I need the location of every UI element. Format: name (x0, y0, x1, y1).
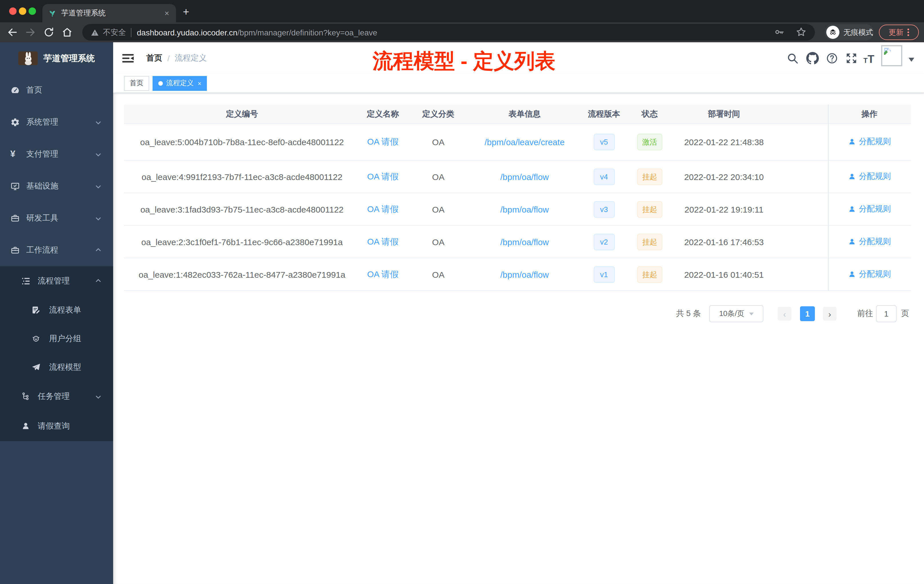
browser-menu-kebab-icon[interactable] (908, 28, 909, 36)
definition-table: 定义编号 定义名称 定义分类 表单信息 流程版本 状态 部署时间 操作 oa_l… (124, 105, 911, 291)
sidebar-item-task-management[interactable]: 任务管理 (0, 382, 113, 411)
app-root: 芋道管理系统 首页 系统管理 ¥ 支付管理 (0, 42, 924, 584)
tag-close-icon[interactable]: × (198, 80, 201, 87)
sidebar-item-user-group[interactable]: 用户分组 (0, 325, 113, 353)
logo-rabbit-avatar (18, 51, 38, 65)
screen: 芋道管理系统 × + 不安全 dashboard.yudao.iocoder.c… (0, 0, 924, 584)
chevron-down-icon (95, 151, 102, 158)
sidebar-item-label: 流程管理 (38, 276, 70, 286)
table-row: oa_leave:2:3c1f0ef1-76b1-11ec-9c66-a2380… (124, 226, 911, 258)
window-minimize-button[interactable] (19, 7, 26, 15)
form-link[interactable]: /bpm/oa/flow (500, 237, 549, 247)
avatar[interactable] (881, 45, 902, 66)
form-link[interactable]: /bpm/oa/flow (500, 269, 549, 279)
tag-label: 流程定义 (166, 78, 194, 88)
tag-home[interactable]: 首页 (124, 76, 149, 91)
github-icon[interactable] (806, 52, 819, 64)
tag-process-definition[interactable]: 流程定义 × (153, 76, 207, 91)
pagination-total: 共 5 条 (676, 305, 701, 322)
definition-name-link[interactable]: OA 请假 (367, 269, 399, 279)
tab-close-icon[interactable]: × (163, 8, 170, 18)
hamburger-icon[interactable] (122, 53, 134, 64)
incognito-badge: 无痕模式 (825, 24, 874, 41)
page-number-button[interactable]: 1 (800, 306, 815, 321)
sidebar-item-infrastructure[interactable]: 基础设施 (0, 170, 113, 202)
fullscreen-icon[interactable] (845, 52, 858, 64)
form-icon (31, 305, 41, 315)
person-icon (848, 172, 856, 180)
cell-category: OA (406, 269, 471, 279)
sidebar-item-payment[interactable]: ¥ 支付管理 (0, 138, 113, 170)
browser-tab[interactable]: 芋道管理系统 × (42, 4, 176, 22)
sidebar-item-system[interactable]: 系统管理 (0, 106, 113, 138)
sidebar-item-leave-query[interactable]: 请假查询 (0, 411, 113, 441)
security-warning-icon[interactable] (90, 28, 99, 37)
column-header-action: 操作 (828, 109, 911, 119)
breadcrumb-home[interactable]: 首页 (146, 53, 162, 63)
font-size-icon[interactable]: TT (863, 53, 874, 66)
password-key-icon[interactable] (774, 26, 785, 38)
sidebar-logo[interactable]: 芋道管理系统 (0, 42, 113, 74)
status-badge: 挂起 (637, 168, 662, 185)
security-label[interactable]: 不安全 (103, 27, 126, 38)
form-link[interactable]: /bpm/oa/flow (500, 172, 549, 181)
breadcrumb: 首页 / 流程定义 (146, 42, 207, 74)
assign-rule-button[interactable]: 分配规则 (848, 204, 891, 214)
sidebar-item-process-form[interactable]: 流程表单 (0, 296, 113, 325)
assign-rule-button[interactable]: 分配规则 (848, 171, 891, 181)
goto-unit-label: 页 (901, 305, 909, 322)
next-page-button[interactable]: › (823, 307, 837, 320)
search-icon[interactable] (786, 52, 799, 64)
forward-icon[interactable] (25, 26, 36, 38)
table-header-row: 定义编号 定义名称 定义分类 表单信息 流程版本 状态 部署时间 操作 (124, 105, 911, 124)
sidebar-item-workflow[interactable]: 工作流程 (0, 234, 113, 266)
sidebar-item-label: 用户分组 (49, 334, 81, 344)
reload-icon[interactable] (43, 26, 55, 38)
pagination: 共 5 条 10条/页 ‹ 1 › 前往 页 (676, 305, 916, 322)
assign-rule-button[interactable]: 分配规则 (848, 137, 891, 147)
cell-deploy-time: 2022-01-16 17:46:53 (670, 237, 778, 247)
cell-deploy-time: 2022-01-22 20:34:10 (670, 172, 778, 181)
assign-rule-button[interactable]: 分配规则 (848, 236, 891, 247)
definition-name-link[interactable]: OA 请假 (367, 171, 399, 181)
page-size-select[interactable]: 10条/页 (709, 305, 764, 322)
tag-active-dot (158, 81, 163, 86)
breadcrumb-current: 流程定义 (175, 53, 207, 63)
table-row: oa_leave:4:991f2193-7b7f-11ec-a3c8-acde4… (124, 160, 911, 193)
form-link[interactable]: /bpm/oa/flow (500, 204, 549, 214)
sidebar-item-process-model[interactable]: 流程模型 (0, 353, 113, 382)
home-icon[interactable] (61, 26, 73, 38)
sidebar-item-label: 首页 (26, 85, 42, 96)
bookmark-star-icon[interactable] (795, 26, 807, 38)
dashboard-icon (10, 86, 20, 95)
sidebar-item-label: 支付管理 (26, 149, 58, 159)
help-icon[interactable] (826, 52, 838, 64)
new-tab-button[interactable]: + (183, 6, 189, 18)
form-link[interactable]: /bpm/oa/leave/create (485, 137, 564, 147)
sidebar-item-dev-tools[interactable]: 研发工具 (0, 202, 113, 234)
sidebar-item-label: 请假查询 (38, 421, 70, 431)
back-icon[interactable] (6, 26, 18, 38)
prev-page-button[interactable]: ‹ (778, 307, 792, 320)
definition-name-link[interactable]: OA 请假 (367, 236, 399, 246)
definition-name-link[interactable]: OA 请假 (367, 137, 399, 146)
avatar-caret-down-icon[interactable] (909, 58, 914, 62)
browser-update-button[interactable]: 更新 (879, 25, 919, 40)
url-bar[interactable]: 不安全 dashboard.yudao.iocoder.cn/bpm/manag… (82, 24, 815, 41)
page-size-value: 10条/页 (719, 308, 744, 319)
column-header-id: 定义编号 (124, 109, 360, 119)
main-panel: 首页 / 流程定义 流程模型 - 定义列表 TT (113, 42, 924, 584)
window-close-button[interactable] (9, 7, 16, 15)
version-badge: v5 (594, 134, 615, 150)
definition-name-link[interactable]: OA 请假 (367, 204, 399, 213)
url-domain: dashboard.yudao.iocoder.cn (137, 28, 238, 37)
sidebar-item-home[interactable]: 首页 (0, 74, 113, 106)
cell-category: OA (406, 237, 471, 247)
assign-rule-button[interactable]: 分配规则 (848, 269, 891, 279)
navbar: 首页 / 流程定义 流程模型 - 定义列表 TT (113, 42, 924, 74)
sidebar-item-process-management[interactable]: 流程管理 (0, 266, 113, 296)
window-maximize-button[interactable] (28, 7, 36, 15)
list-tree-icon (21, 276, 31, 286)
table-row: oa_leave:5:004b710b-7b8a-11ec-8ef0-acde4… (124, 124, 911, 160)
goto-page-input[interactable] (876, 305, 897, 322)
